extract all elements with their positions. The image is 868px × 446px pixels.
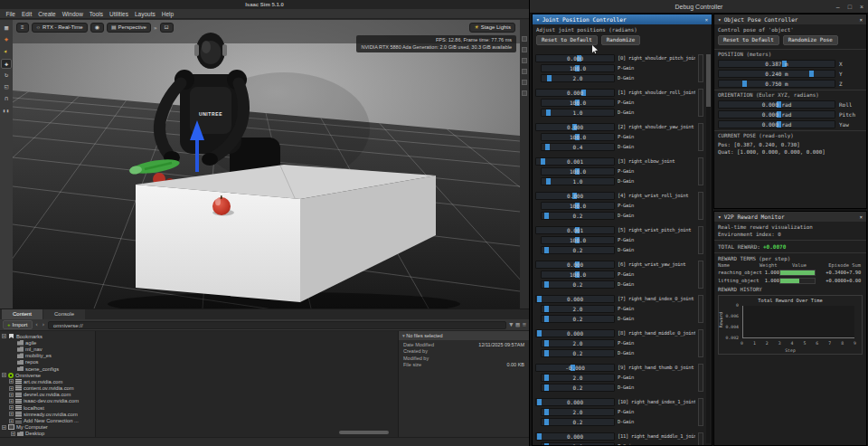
panel-toggle-icon[interactable]	[522, 47, 527, 52]
tree-expander-icon[interactable]	[9, 393, 14, 397]
tree-item[interactable]: Desktop	[0, 431, 95, 437]
panel-toggle-icon[interactable]	[522, 69, 527, 74]
menu-item[interactable]: Create	[35, 11, 60, 17]
tree-item[interactable]: localhost	[0, 404, 95, 411]
tree-expander-icon[interactable]	[9, 399, 14, 403]
joint-value-slider[interactable]: 0.000	[535, 329, 615, 337]
minimize-icon[interactable]	[836, 0, 840, 14]
tree-item[interactable]: devrel.ov.nvidia.com	[0, 392, 95, 398]
panel-toggle-icon[interactable]	[522, 36, 527, 42]
rotate-tool-icon[interactable]	[1, 71, 12, 81]
position-slider[interactable]: 0.750 m	[718, 80, 835, 88]
joint-value-slider[interactable]: 0.000	[535, 432, 615, 441]
view-options-icon[interactable]: ▤	[516, 321, 520, 328]
tree-item[interactable]: Add New Connection ...	[0, 417, 95, 423]
p-gain-slider[interactable]: 2.0	[541, 305, 615, 313]
joint-group-spinner[interactable]	[698, 89, 703, 117]
d-gain-slider[interactable]: 0.2	[541, 349, 615, 357]
orientation-slider[interactable]: 0.000 rad	[718, 120, 835, 128]
snap-tool-icon[interactable]	[1, 94, 12, 104]
tree-item[interactable]: mobility_es	[0, 353, 95, 359]
toolbar-menu-icon[interactable]	[1, 24, 12, 33]
joint-group-spinner[interactable]	[698, 226, 703, 254]
reset-to-default-button[interactable]: Reset to Default	[718, 35, 779, 45]
d-gain-slider[interactable]: 0.2	[541, 315, 615, 323]
tree-expander-icon[interactable]	[9, 419, 14, 423]
tree-item[interactable]: scene_configs	[0, 365, 95, 372]
joint-group-spinner[interactable]	[698, 157, 703, 185]
menu-item[interactable]: File	[3, 11, 18, 17]
p-gain-slider[interactable]: 100.0	[541, 133, 615, 141]
joint-group-spinner[interactable]	[698, 192, 703, 220]
scale-tool-icon[interactable]	[1, 82, 12, 92]
joint-group-spinner[interactable]	[698, 432, 703, 446]
p-gain-slider[interactable]: 100.0	[541, 99, 615, 107]
tab-content[interactable]: Content	[2, 309, 42, 319]
tree-expander-icon[interactable]	[9, 412, 14, 416]
settings-gear-icon[interactable]: ≡	[523, 321, 526, 328]
d-gain-slider[interactable]: 1.0	[541, 177, 615, 185]
maximize-icon[interactable]	[848, 0, 852, 14]
tree-item[interactable]: content.ov.nvidia.com	[0, 385, 95, 392]
joint-value-slider[interactable]: 0.000	[535, 398, 615, 406]
randomize-button[interactable]: Randomize	[601, 35, 640, 45]
back-icon[interactable]: ‹	[35, 321, 39, 328]
tree-expander-icon[interactable]	[9, 386, 14, 391]
randomize-pose-button[interactable]: Randomize Pose	[783, 35, 838, 45]
capture-button[interactable]	[160, 23, 174, 33]
joint-group-spinner[interactable]	[698, 364, 703, 392]
p-gain-slider[interactable]: 100.0	[541, 270, 615, 279]
tree-expander-icon[interactable]	[2, 334, 6, 338]
p-gain-slider[interactable]: 100.0	[541, 167, 615, 176]
tree-item[interactable]: agile	[0, 339, 95, 346]
orientation-slider[interactable]: 0.000 rad	[718, 100, 835, 109]
reward-panel-titlebar[interactable]: V2P Reward Monitor	[714, 212, 866, 222]
d-gain-slider[interactable]: 0.2	[541, 384, 615, 392]
joint-value-slider[interactable]: 0.001	[535, 157, 615, 166]
select-reticle-icon[interactable]	[1, 35, 12, 45]
menu-item[interactable]: Help	[158, 11, 176, 17]
breadcrumb[interactable]: omniverse://	[48, 321, 506, 329]
close-icon[interactable]	[859, 214, 863, 220]
menu-item[interactable]: Edit	[18, 11, 34, 17]
collapse-arrow-icon[interactable]	[718, 16, 722, 23]
chevron-expand-icon[interactable]	[154, 24, 157, 31]
files-pane[interactable]	[96, 331, 398, 437]
d-gain-slider[interactable]: 0.2	[541, 418, 615, 426]
tree-item[interactable]: ml_nav	[0, 346, 95, 352]
tree-expander-icon[interactable]	[9, 379, 14, 384]
tree-item[interactable]: Omniverse	[0, 372, 95, 378]
close-icon[interactable]	[860, 0, 863, 14]
menu-item[interactable]: Window	[59, 11, 86, 17]
tree-item[interactable]: repos	[0, 359, 95, 365]
move-tool-icon[interactable]	[1, 59, 12, 69]
camera-dropdown[interactable]: Perspective	[107, 23, 151, 33]
tree-expander-icon[interactable]	[11, 432, 15, 436]
panel-toggle-icon[interactable]	[522, 80, 527, 85]
d-gain-slider[interactable]: 2.0	[541, 74, 615, 82]
filter-funnel-icon[interactable]: ▼	[509, 321, 513, 328]
position-slider[interactable]: 0.240 m	[718, 70, 835, 78]
d-gain-slider[interactable]: 0.2	[541, 246, 615, 254]
close-icon[interactable]	[704, 16, 708, 23]
p-gain-slider[interactable]: 100.0	[541, 64, 615, 72]
cursor-tool-icon[interactable]	[1, 47, 12, 57]
joint-group-spinner[interactable]	[698, 398, 703, 426]
stage-lights-button[interactable]: Stage Lights	[469, 23, 515, 33]
d-gain-slider[interactable]: 0.2	[541, 280, 615, 289]
tree-item[interactable]: art.ov.nvidia.com	[0, 378, 95, 384]
tab-console[interactable]: Console	[43, 309, 85, 319]
tree-item[interactable]: Bookmarks	[0, 333, 95, 339]
p-gain-slider[interactable]: 100.0	[541, 202, 615, 210]
d-gain-slider[interactable]: 0.2	[541, 212, 615, 220]
joint-value-slider[interactable]: 0.001	[535, 226, 615, 234]
joint-group-spinner[interactable]	[698, 123, 703, 151]
orientation-slider[interactable]: 0.000 rad	[718, 110, 835, 119]
tree-expander-icon[interactable]	[2, 425, 6, 430]
viewport-options-button[interactable]	[16, 23, 29, 33]
position-slider[interactable]: 0.387 m	[718, 60, 835, 68]
joint-value-slider[interactable]: 0.000	[535, 89, 615, 97]
panel-toggle-icon[interactable]	[522, 58, 527, 63]
joint-value-slider[interactable]: 0.000	[535, 192, 615, 200]
viewport-3d-scene[interactable]: UNITREE	[13, 20, 520, 308]
